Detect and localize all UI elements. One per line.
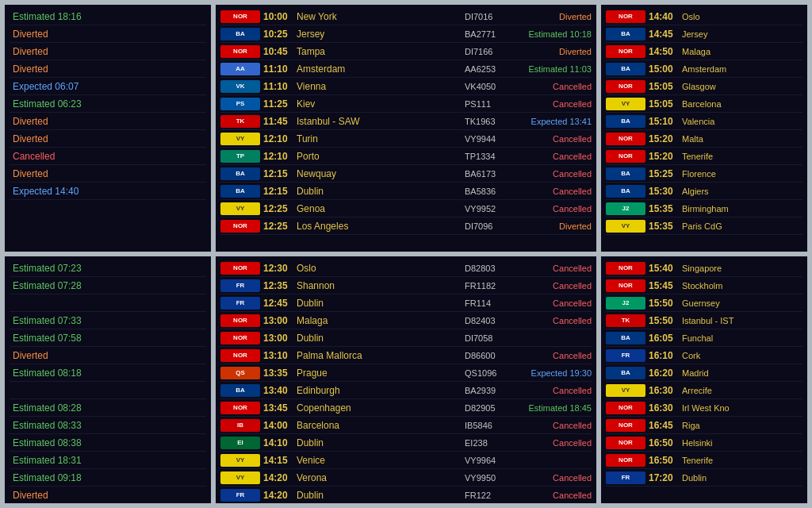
departure-time: 11:10: [263, 64, 293, 75]
airline-badge: NOR: [606, 45, 645, 58]
flight-row: BA15:10Valencia: [606, 113, 802, 130]
airline-badge: VY: [220, 471, 260, 484]
departure-time: 16:50: [649, 455, 679, 466]
flight-number: TK1963: [465, 117, 509, 126]
destination: Istanbul - SAW: [297, 116, 462, 127]
destination: Oslo: [682, 12, 802, 21]
destination: Prague: [297, 368, 462, 379]
destination: Oslo: [297, 263, 462, 274]
departure-time: 11:10: [263, 81, 293, 92]
flight-number: TP1334: [465, 152, 509, 161]
flight-row: NOR14:50Malaga: [606, 43, 802, 60]
flight-status: Diverted: [13, 46, 48, 57]
flight-status: Estimated 08:18: [13, 368, 82, 379]
airline-badge: VY: [606, 220, 645, 233]
flight-row: VK11:10ViennaVK4050Cancelled: [220, 78, 592, 95]
status-row: Diverted: [10, 113, 206, 130]
destination: Kiev: [297, 98, 462, 110]
flight-row: QS13:35PragueQS1096Expected 19:30: [220, 364, 592, 382]
airline-badge: BA: [606, 28, 645, 40]
status-row: Estimated 08:28: [10, 399, 206, 417]
flight-row: BA15:30Algiers: [606, 183, 802, 200]
flight-row: NOR16:50Tenerife: [606, 452, 802, 469]
airline-badge: BA: [606, 63, 645, 75]
departure-time: 13:40: [263, 385, 293, 396]
flight-status: Cancelled: [512, 298, 592, 308]
flight-status: Estimated 08:33: [13, 420, 82, 431]
flight-status: Expected 13:41: [512, 117, 592, 126]
status-row: Diverted: [10, 60, 206, 78]
destination: Edinburgh: [297, 385, 462, 396]
flight-status: Estimated 18:31: [13, 455, 82, 466]
flight-status: Diverted: [13, 133, 48, 144]
destination: Tampa: [297, 46, 462, 57]
status-row: Estimated 09:18: [10, 469, 206, 487]
destination: Venice: [297, 455, 462, 466]
flight-number: D82905: [465, 403, 509, 413]
flight-number: D86600: [465, 351, 509, 360]
airline-badge: NOR: [606, 10, 645, 23]
airline-badge: J2: [606, 202, 645, 215]
flight-status: Diverted: [13, 490, 48, 501]
flight-number: FR114: [465, 298, 509, 308]
flight-number: FR1182: [465, 281, 509, 291]
flight-status: Expected 19:30: [512, 368, 592, 378]
destination: Porto: [297, 151, 462, 162]
destination: Turin: [297, 133, 462, 144]
airline-badge: NOR: [220, 332, 260, 344]
flight-status: Expected 14:40: [13, 186, 79, 197]
flight-status: Cancelled: [13, 151, 55, 162]
destination: Barcelona: [297, 420, 462, 431]
flight-status: Cancelled: [512, 491, 592, 500]
flight-row: NOR16:30Irl West Kno: [606, 399, 802, 417]
status-row: Diverted: [10, 165, 206, 183]
flight-status: Estimated 06:23: [13, 98, 82, 110]
departure-time: 14:10: [263, 437, 293, 448]
flight-row: NOR13:45CopenhagenD82905Estimated 18:45: [220, 399, 592, 417]
flight-status: Estimated 18:16: [13, 11, 82, 22]
airline-badge: NOR: [606, 454, 645, 467]
flight-status: Estimated 08:38: [13, 437, 82, 448]
destination: Riga: [682, 421, 802, 430]
departure-time: 12:25: [263, 203, 293, 214]
flight-number: BA2939: [465, 386, 509, 395]
departure-time: 16:10: [649, 350, 679, 361]
flight-row: BA16:05Funchal: [606, 329, 802, 347]
departure-time: 14:45: [649, 29, 679, 40]
airline-badge: NOR: [220, 10, 260, 23]
destination: Algiers: [682, 187, 802, 196]
flight-status: Diverted: [13, 64, 48, 75]
departure-time: 16:45: [649, 420, 679, 431]
flight-number: D82403: [465, 316, 509, 325]
destination: Funchal: [682, 333, 802, 343]
flight-row: NOR13:00DublinDI7058: [220, 329, 592, 347]
departure-time: 13:00: [263, 333, 293, 344]
flight-status: Cancelled: [512, 99, 592, 109]
flight-status: Cancelled: [512, 473, 592, 483]
bottom-left-panel: Estimated 07:23Estimated 07:28Estimated …: [5, 256, 211, 503]
flight-row: VY12:25GenoaVY9952Cancelled: [220, 200, 592, 217]
status-row: Diverted: [10, 43, 206, 60]
flight-status: Diverted: [512, 47, 592, 56]
airline-badge: IB: [220, 419, 260, 432]
airline-badge: VY: [220, 133, 260, 145]
flight-row: BA16:20Madrid: [606, 364, 802, 382]
flight-number: QS1096: [465, 368, 509, 378]
destination: Vienna: [297, 81, 462, 92]
departure-time: 10:25: [263, 29, 293, 40]
departure-time: 14:50: [649, 46, 679, 57]
flight-row: FR16:10Cork: [606, 347, 802, 364]
flight-row: FR17:20Dublin: [606, 469, 802, 487]
airline-badge: NOR: [606, 80, 645, 93]
airline-badge: BA: [606, 185, 645, 198]
departure-time: 10:45: [263, 46, 293, 57]
destination: Jersey: [682, 29, 802, 39]
flight-row: NOR15:20Malta: [606, 130, 802, 148]
departure-time: 12:15: [263, 168, 293, 179]
destination: Amsterdam: [682, 64, 802, 74]
departure-time: 16:20: [649, 368, 679, 379]
flight-row: NOR15:40Singapore: [606, 260, 802, 277]
departure-time: 15:35: [649, 221, 679, 232]
destination: Cork: [682, 351, 802, 360]
departure-time: 12:10: [263, 151, 293, 162]
